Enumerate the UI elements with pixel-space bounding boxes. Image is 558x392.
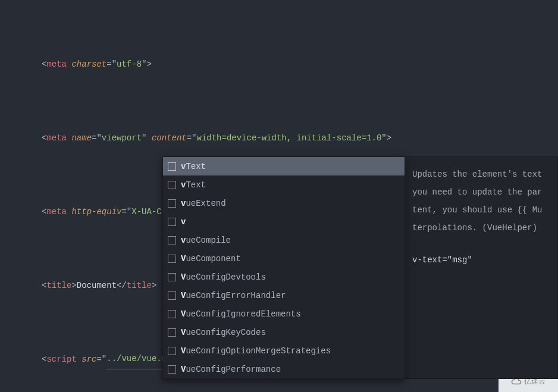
snippet-icon	[168, 162, 176, 171]
autocomplete-item[interactable]: vText	[163, 175, 405, 194]
code-line[interactable]: <meta charset="utf-8">	[0, 55, 558, 74]
doc-snippet: v-text="msg"	[412, 251, 551, 269]
autocomplete-item[interactable]: v	[163, 212, 405, 231]
autocomplete-item[interactable]: vueCompile	[163, 231, 405, 249]
snippet-icon	[168, 347, 176, 355]
autocomplete-label: VueConfigIgnoredElements	[181, 309, 301, 319]
snippet-icon	[168, 199, 176, 208]
autocomplete-item[interactable]: vueExtend	[163, 194, 405, 212]
autocomplete-item[interactable]: VueConfigErrorHandler	[163, 286, 405, 305]
autocomplete-item[interactable]: vText	[163, 157, 405, 175]
autocomplete-item[interactable]: VueConfigKeyCodes	[163, 323, 405, 341]
autocomplete-label: vText	[181, 162, 206, 171]
doc-text: Updates the element's text you need to u…	[412, 165, 551, 237]
snippet-icon	[168, 310, 176, 318]
autocomplete-label: vText	[181, 180, 206, 190]
autocomplete-item[interactable]: VueComponent	[163, 249, 405, 268]
autocomplete-label: VueConfigOptionMergeStrategies	[181, 346, 331, 356]
snippet-icon	[168, 181, 176, 189]
snippet-icon	[168, 255, 176, 263]
snippet-icon	[168, 273, 176, 281]
autocomplete-item[interactable]: VueConfigOptionMergeStrategies	[163, 341, 405, 360]
autocomplete-item[interactable]: VueConfigDevtools	[163, 268, 405, 286]
autocomplete-label: VueConfigKeyCodes	[181, 328, 266, 337]
autocomplete-label: VueConfigPerformance	[181, 365, 281, 374]
snippet-icon	[168, 328, 176, 337]
documentation-panel: Updates the element's text you need to u…	[406, 156, 558, 379]
autocomplete-label: vueCompile	[181, 236, 231, 245]
snippet-icon	[168, 218, 176, 226]
snippet-icon	[168, 291, 176, 300]
autocomplete-popup: vTextvTextvueExtendvvueCompileVueCompone…	[162, 156, 405, 379]
autocomplete-item[interactable]: VueConfigIgnoredElements	[163, 305, 405, 323]
autocomplete-label: vueExtend	[181, 199, 226, 208]
autocomplete-item[interactable]: VueConfigPerformance	[163, 360, 405, 378]
snippet-icon	[168, 236, 176, 244]
autocomplete-label: v	[181, 217, 186, 227]
autocomplete-label: VueComponent	[181, 254, 241, 264]
autocomplete-label: VueConfigErrorHandler	[181, 291, 286, 300]
code-line[interactable]: <meta name="viewport" content="width=dev…	[0, 129, 558, 148]
autocomplete-label: VueConfigDevtools	[181, 272, 266, 282]
snippet-icon	[168, 365, 176, 374]
